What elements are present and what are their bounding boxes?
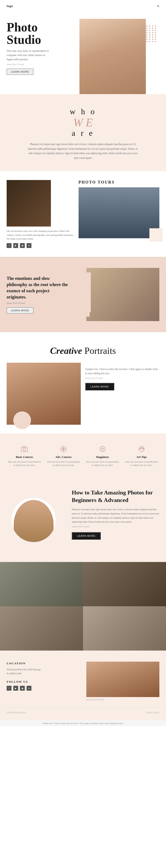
- advanced-right: How to Take Amazing Photos for Beginners…: [67, 478, 166, 562]
- quote-source: Image From Freepik: [7, 302, 80, 304]
- hero-image: [79, 19, 159, 94]
- svg-point-10: [141, 447, 142, 448]
- creative-source: Image from Freepik: [85, 377, 159, 379]
- advanced-person-image: [14, 500, 54, 542]
- footer-youtube-icon[interactable]: ▶: [13, 686, 18, 691]
- gallery-image-3: [0, 606, 83, 651]
- tours-left: Our all inclusive tours are a life chang…: [7, 180, 74, 248]
- gallery-image-4: [83, 606, 166, 651]
- svg-point-7: [101, 448, 102, 448]
- footer-follow: FOLLOW US f ▶ ◉ in: [7, 680, 80, 691]
- svg-point-1: [23, 448, 26, 451]
- course-smile-icon: [98, 445, 107, 454]
- svg-point-11: [142, 448, 143, 449]
- svg-point-8: [103, 448, 104, 448]
- footer-linkedin-icon[interactable]: in: [27, 686, 31, 691]
- tours-title: PHOTO TOURS: [78, 180, 159, 185]
- footer-right: Image from Freepik: [86, 662, 159, 701]
- tours-description: Our all inclusive tours are a life chang…: [7, 229, 74, 241]
- footer-copyright: ©2020 Privacy policy: [7, 711, 26, 714]
- course-advanced: Adv. Courses Duis aute nure dolor in rep…: [46, 442, 81, 469]
- gallery-image-1: [0, 562, 83, 606]
- advanced-source: Image from Freepik: [72, 525, 159, 528]
- quote-learn-more-button[interactable]: LEARN MORE: [7, 307, 33, 314]
- creative-portrait-image: [7, 363, 81, 425]
- youtube-icon[interactable]: ▶: [13, 243, 18, 248]
- footer-facebook-icon[interactable]: f: [7, 686, 11, 691]
- creative-learn-more-button[interactable]: LEARN MORE: [85, 383, 114, 391]
- gallery-image-2: [83, 562, 166, 606]
- advanced-section: How to Take Amazing Photos for Beginners…: [0, 478, 166, 562]
- footer-privacy-link[interactable]: Privacy policy: [146, 711, 159, 714]
- photo-tours-section: Our all inclusive tours are a life chang…: [0, 171, 166, 257]
- sample-text: Sample text. Click to select the text bo…: [42, 722, 124, 724]
- advanced-circle: [11, 498, 56, 542]
- advanced-description: Phaserra vel turpis nunc eget lorem dolo…: [72, 507, 159, 524]
- navigation: logo ≡: [0, 0, 166, 12]
- tours-right: PHOTO TOURS: [78, 180, 159, 248]
- footer-address: 38 Jackson Blvd Ste 1920 Chicago IL 6060…: [7, 668, 80, 676]
- course-happiness-desc: Duis aute nure dolor in reprehenderit in…: [86, 460, 119, 467]
- course-happiness: Happiness Duis aute nure dolor in repreh…: [85, 442, 121, 469]
- hero-learn-more-button[interactable]: LEARN MORE: [7, 69, 33, 75]
- gallery-section: [0, 562, 166, 651]
- footer-follow-title: FOLLOW US: [7, 680, 80, 684]
- course-happiness-title: Happiness: [86, 455, 119, 459]
- advanced-learn-more-button[interactable]: LEARN MORE: [72, 532, 101, 539]
- creative-content: Sample text. Click to select the text bo…: [7, 363, 159, 425]
- footer-social-icons: f ▶ ◉ in: [7, 686, 80, 691]
- hero-source: Image from Freepik: [7, 63, 79, 66]
- hero-section: Photo Studio Duis aute nure dolor in rep…: [0, 12, 166, 94]
- footer-instagram-icon[interactable]: ◉: [20, 686, 25, 691]
- hero-title: Photo Studio: [7, 21, 79, 46]
- quote-image: [86, 268, 159, 321]
- quote-section: The emotions and slow philosophy as the …: [0, 257, 166, 332]
- who-we-are-section: w h o W E a r e Phaserra vel turpis nunc…: [0, 94, 166, 171]
- logo: logo: [7, 4, 13, 8]
- who-description: Phaserra vel turpis nunc eget lorem dolo…: [28, 142, 138, 160]
- who-title: w h o W E a r e: [7, 107, 159, 137]
- linkedin-icon[interactable]: in: [27, 243, 31, 248]
- footer-location-title: LOCATION: [7, 662, 80, 665]
- creative-right: Sample text. Click to select the text bo…: [85, 363, 159, 391]
- footer-image: [86, 662, 159, 697]
- quote-text: The emotions and slow philosophy as the …: [7, 275, 69, 300]
- facebook-icon[interactable]: f: [7, 243, 11, 248]
- quote-left-accent: [82, 272, 90, 317]
- course-aperture-icon: [59, 445, 68, 454]
- course-basic-title: Basic Courses: [8, 455, 41, 459]
- course-advanced-title: Adv. Courses: [47, 455, 80, 459]
- tours-phone-image: [7, 180, 51, 226]
- svg-point-6: [100, 446, 105, 452]
- course-palette-icon: [137, 445, 146, 454]
- advanced-title: How to Take Amazing Photos for Beginners…: [72, 489, 159, 504]
- advanced-person-wrap: [0, 478, 67, 562]
- courses-grid: Basic Courses Duis aute nure dolor in re…: [7, 442, 159, 469]
- course-advanced-desc: Duis aute nure dolor in reprehenderit in…: [47, 460, 80, 467]
- instagram-icon[interactable]: ◉: [20, 243, 25, 248]
- tours-accent-decoration: [150, 228, 163, 242]
- tours-mountain-image: [78, 187, 159, 238]
- footer: LOCATION 38 Jackson Blvd Ste 1920 Chicag…: [0, 651, 166, 720]
- course-art-tips-title: Art Tips: [125, 455, 159, 459]
- footer-location: LOCATION 38 Jackson Blvd Ste 1920 Chicag…: [7, 662, 80, 701]
- creative-description: Sample text. Click to select the text bo…: [85, 367, 159, 376]
- course-art-tips-desc: Duis aute nure dolor in reprehenderit in…: [125, 460, 159, 467]
- quote-text-wrap: The emotions and slow philosophy as the …: [7, 275, 80, 314]
- tours-social-links: f ▶ ◉ in: [7, 243, 74, 248]
- menu-icon[interactable]: ≡: [157, 4, 159, 9]
- hero-text: Photo Studio Duis aute nure dolor in rep…: [7, 19, 79, 75]
- svg-point-9: [140, 448, 141, 449]
- hero-photo: [79, 19, 146, 94]
- hero-dots-decoration: [140, 26, 158, 48]
- creative-portraits-section: Creative Portraits Sample text. Click to…: [0, 332, 166, 434]
- course-art-tips: Art Tips Duis aute nure dolor in reprehe…: [124, 442, 160, 469]
- sample-bar: Sample text. Click to select the text bo…: [0, 720, 166, 726]
- course-camera-icon: [20, 445, 29, 454]
- footer-bottom: ©2020 Privacy policy Privacy policy: [7, 708, 159, 714]
- course-basic-desc: Duis aute nure dolor in reprehenderit in…: [8, 460, 41, 467]
- creative-circle-decoration: [13, 411, 31, 429]
- hero-description: Duis aute nure dolor in reprehenderit in…: [7, 49, 51, 62]
- courses-section: Basic Courses Duis aute nure dolor in re…: [0, 434, 166, 478]
- course-basic: Basic Courses Duis aute nure dolor in re…: [7, 442, 42, 469]
